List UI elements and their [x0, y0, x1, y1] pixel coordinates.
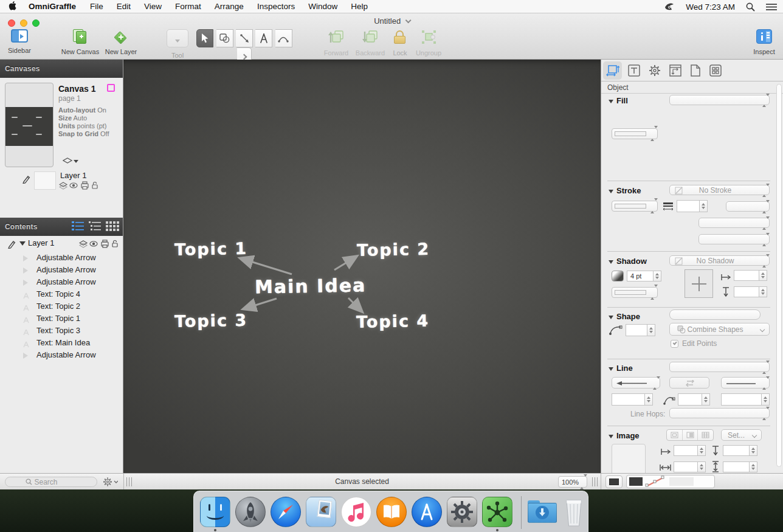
pen-tool-button[interactable] [275, 29, 292, 47]
dock-omnigraffle-icon[interactable] [482, 497, 512, 527]
menu-clock[interactable]: Wed 7:23 AM [686, 2, 735, 12]
menu-arrange[interactable]: Arrange [208, 2, 250, 11]
fill-color-well[interactable] [612, 128, 658, 139]
apple-menu[interactable] [0, 1, 21, 12]
menu-edit[interactable]: Edit [110, 2, 137, 11]
tab-canvas-size[interactable] [669, 64, 681, 79]
stroke-width-stepper[interactable] [700, 200, 708, 212]
shadow-section-label[interactable]: Shadow [609, 257, 647, 266]
list-item-text-main-idea[interactable]: Text: Main Idea [0, 337, 123, 349]
menu-inspectors[interactable]: Inspectors [250, 2, 302, 11]
fill-type-dropdown[interactable] [669, 95, 770, 105]
text-tool-button[interactable] [255, 29, 272, 47]
list-item-adjustable-arrow-1[interactable]: Adjustable Arrow [0, 252, 123, 264]
style-fill-chip[interactable] [629, 477, 643, 486]
notification-center-icon[interactable] [766, 3, 777, 11]
tab-document[interactable] [690, 64, 701, 79]
dock-safari-icon[interactable] [271, 497, 301, 527]
image-offset-y-field[interactable] [723, 445, 750, 456]
layer-name[interactable]: Layer 1 [60, 171, 86, 180]
shadow-type-dropdown[interactable]: No Shadow [669, 255, 770, 266]
line-end-size-stepper[interactable] [762, 393, 770, 406]
menu-format[interactable]: Format [168, 2, 208, 11]
line-tool-button[interactable] [236, 29, 253, 47]
line-start-size-field[interactable] [612, 393, 645, 406]
tab-object[interactable] [606, 64, 619, 79]
menu-window[interactable]: Window [302, 2, 344, 11]
list-item-adjustable-arrow-2[interactable]: Adjustable Arrow [0, 264, 123, 276]
combine-shapes-dropdown[interactable]: Combine Shapes [669, 323, 770, 336]
lock-button[interactable]: Lock [391, 29, 409, 57]
list-item-adjustable-arrow-3[interactable]: Adjustable Arrow [0, 276, 123, 288]
contents-view-outline-icon[interactable] [89, 221, 101, 234]
shadow-offset-y-stepper[interactable] [759, 286, 767, 297]
canvas-resize-grip[interactable] [592, 477, 598, 486]
canvas-text-topic4[interactable]: Topic 4 [356, 311, 430, 331]
image-tile-icon[interactable] [698, 430, 713, 440]
new-layer-button[interactable]: New Layer [103, 29, 139, 55]
fill-section-label[interactable]: Fill [609, 96, 628, 105]
contents-view-grid-icon[interactable] [106, 221, 119, 234]
corner-radius-stepper[interactable] [647, 324, 655, 336]
shadow-offset-pad[interactable] [685, 269, 713, 298]
dock-itunes-icon[interactable] [341, 497, 371, 527]
shadow-blur-field[interactable]: 4 pt [627, 271, 654, 282]
dock-launchpad-icon[interactable] [235, 497, 266, 527]
line-section-label[interactable]: Line [609, 364, 633, 373]
backward-button[interactable]: Backward [354, 29, 386, 57]
image-well[interactable] [612, 444, 646, 473]
image-offset-x-field[interactable] [674, 445, 698, 456]
inspector-scrollbar[interactable] [776, 84, 782, 467]
search-input[interactable] [35, 478, 77, 486]
image-offset-y-stepper[interactable] [750, 445, 757, 456]
menu-app-name[interactable]: OmniGraffle [21, 2, 83, 11]
dock-mail-icon[interactable] [306, 497, 336, 527]
sidebar-action-gear-button[interactable] [103, 477, 118, 489]
canvas-thumbnail[interactable] [5, 83, 53, 167]
list-item-text-topic3[interactable]: Text: Topic 3 [0, 325, 123, 337]
line-curve-stepper[interactable] [702, 393, 710, 406]
line-type-dropdown[interactable] [669, 362, 770, 372]
window-title[interactable]: Untitled [0, 16, 783, 26]
new-canvas-button[interactable]: New Canvas [60, 29, 100, 55]
menu-extra-bird-icon[interactable] [664, 2, 675, 11]
forward-button[interactable]: Forward [322, 29, 350, 57]
image-set-dropdown[interactable]: Set... [721, 429, 762, 441]
layers-disclosure-button[interactable] [63, 157, 78, 168]
shadow-blur-stepper[interactable] [654, 271, 661, 282]
stroke-type-dropdown[interactable]: No Stroke [669, 185, 770, 195]
canvas-text-topic1[interactable]: Topic 1 [174, 239, 248, 259]
tab-text[interactable] [628, 64, 640, 79]
line-start-size-stepper[interactable] [645, 393, 653, 406]
list-item-text-topic2[interactable]: Text: Topic 2 [0, 300, 123, 313]
stroke-section-label[interactable]: Stroke [609, 186, 641, 195]
line-start-arrow-dropdown[interactable] [612, 377, 660, 389]
stroke-cap-dropdown[interactable] [698, 234, 770, 244]
sidebar-search-field[interactable] [5, 477, 97, 487]
stroke-corner-dropdown[interactable] [698, 218, 770, 228]
tab-grid[interactable] [709, 64, 722, 79]
list-item-text-topic1[interactable]: Text: Topic 1 [0, 313, 123, 325]
image-section-label[interactable]: Image [609, 431, 640, 440]
spotlight-search-icon[interactable] [746, 2, 755, 12]
fill-swatch-button[interactable] [605, 475, 623, 488]
shadow-offset-y-field[interactable] [734, 286, 759, 297]
zoom-control[interactable]: 100% [558, 476, 587, 488]
edit-points-checkbox[interactable] [671, 340, 678, 348]
contents-layer-name[interactable]: Layer 1 [28, 238, 54, 247]
image-width-stepper[interactable] [698, 461, 706, 472]
image-width-field[interactable] [674, 461, 698, 472]
style-tray[interactable] [626, 475, 715, 488]
dock-finder-icon[interactable] [200, 497, 230, 527]
ungroup-button[interactable]: Ungroup [413, 29, 444, 57]
canvas-text-topic3[interactable]: Topic 3 [174, 311, 248, 331]
line-curve-field[interactable] [678, 393, 702, 406]
shadow-color-well[interactable] [612, 287, 658, 298]
corner-radius-field[interactable] [626, 324, 647, 336]
drawing-canvas[interactable]: Topic 1 Topic 2 Main Idea Topic 3 Topic … [123, 60, 601, 473]
inspect-button[interactable]: Inspect [749, 29, 779, 55]
dock-system-preferences-icon[interactable] [447, 497, 477, 527]
shape-name-field[interactable] [669, 309, 761, 320]
line-end-size-field[interactable] [721, 393, 762, 406]
list-item-text-topic4[interactable]: Text: Topic 4 [0, 288, 123, 300]
